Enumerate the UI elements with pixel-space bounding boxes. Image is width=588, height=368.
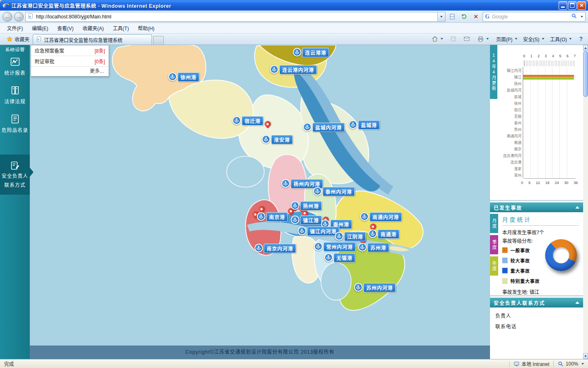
- scrollbar-thumb[interactable]: [583, 51, 588, 97]
- chart-category-label: 盐城: [490, 94, 523, 99]
- contact-row-联系电话[interactable]: 联系电话: [490, 321, 583, 332]
- axis-tick-label: 18: [545, 181, 549, 185]
- tab-年度[interactable]: 年度: [490, 256, 498, 276]
- chart-row: 盐城: [490, 93, 575, 100]
- search-box[interactable]: G Google: [483, 12, 586, 22]
- stop-button[interactable]: [471, 12, 481, 22]
- port-stats-chart: 14年4月更新 01234567 镇江内河镇江扬州盐城内河盐城徐州宿迁无锡泰州苏…: [490, 45, 583, 201]
- chevron-down-icon: [569, 38, 572, 40]
- zoom-control[interactable]: 100%: [553, 361, 588, 367]
- axis-tick-label: 0: [521, 181, 523, 185]
- chart-row: 无锡: [490, 113, 575, 119]
- menu-item-文件(F)[interactable]: 文件(F): [2, 23, 27, 33]
- port-label: 江阴港: [344, 232, 366, 241]
- compatibility-view-button[interactable]: [447, 12, 457, 22]
- chart-category-label: 连云港内河: [490, 153, 523, 158]
- sidebar-item-危险品名录[interactable]: 危险品名录: [0, 109, 30, 137]
- chart-row: 连云港: [490, 159, 575, 165]
- maximize-button[interactable]: [568, 1, 577, 10]
- chart-row: 泰州: [490, 119, 575, 126]
- scroll-up-button[interactable]: [583, 45, 588, 51]
- chart-row: 扬州: [490, 80, 575, 87]
- chart-row: 镇江: [490, 74, 575, 80]
- port-label: 镇江内河港: [307, 227, 339, 236]
- search-dropdown-icon[interactable]: [581, 16, 583, 18]
- close-icon: [580, 2, 584, 9]
- anchor-icon: [254, 244, 263, 252]
- address-dropdown-button[interactable]: [437, 12, 445, 21]
- collapse-icon[interactable]: [575, 206, 579, 209]
- quick-panel-count: [8条]: [95, 47, 105, 54]
- command-button-页面(P)[interactable]: 页面(P): [494, 34, 519, 43]
- forward-button[interactable]: →: [14, 12, 24, 22]
- feeds-button[interactable]: [448, 34, 458, 43]
- favorites-button[interactable]: 收藏夹: [3, 34, 33, 43]
- quick-panel: 应急预案备案[8条]附证审批[0条] 更多...: [31, 45, 109, 76]
- anchor-icon: [281, 179, 290, 188]
- refresh-button[interactable]: [459, 12, 469, 22]
- menu-item-查看(V)[interactable]: 查看(V): [53, 23, 78, 33]
- contact-row-负责人[interactable]: 负责人: [490, 311, 583, 321]
- menu-item-收藏夹(A)[interactable]: 收藏夹(A): [78, 23, 108, 33]
- quick-panel-more-link[interactable]: 更多...: [31, 67, 109, 76]
- scroll-down-button[interactable]: [583, 353, 588, 359]
- close-button[interactable]: [577, 1, 586, 10]
- legend-item: 一般事故: [502, 245, 540, 255]
- port-label: 南通港: [378, 229, 399, 239]
- map-pin-icon[interactable]: [263, 120, 272, 128]
- chart-track: [523, 67, 574, 74]
- port-label: 苏州港: [368, 243, 389, 252]
- contacts-header[interactable]: 安全负责人联系方式: [490, 298, 583, 307]
- map-canvas[interactable]: 应急预案备案[8条]附证审批[0条] 更多... 连云港港连云港内河港徐州港宿迁…: [30, 45, 490, 346]
- chart-category-label: 南通: [490, 140, 523, 145]
- copyright-bar: Copyright©江苏省交通规划设计院股份有限公司 2013版权所有: [30, 346, 490, 359]
- address-bar[interactable]: e http://localhost:8080/yjpt/Main.html: [25, 12, 445, 22]
- chart-track: [523, 113, 574, 119]
- legend-label: 一般事故: [510, 247, 530, 254]
- chart-track: [523, 74, 574, 80]
- chart-category-label: 淮安: [490, 166, 523, 171]
- menu-item-编辑(E)[interactable]: 编辑(E): [27, 23, 53, 33]
- port-label: 连云港港: [302, 48, 329, 57]
- print-button[interactable]: [475, 34, 491, 43]
- minimize-button[interactable]: [559, 1, 567, 10]
- sidebar-item-contacts[interactable]: 安全负责人 联系方式: [0, 155, 30, 195]
- status-text: 完成: [0, 360, 509, 367]
- chevron-down-icon: [440, 16, 443, 18]
- accidents-header[interactable]: 已发生事故: [490, 202, 583, 212]
- chart-track: [523, 100, 574, 106]
- sidebar-item-统计报表[interactable]: 统计报表: [0, 52, 30, 80]
- book-icon: [10, 85, 20, 96]
- tab-toolbar: 收藏夹 e 江苏省港口安全监管与应急管理系统 页面(P)安全(S)工具(O) ?: [0, 34, 588, 45]
- sidebar-item-settings[interactable]: 系统设置: [0, 45, 30, 52]
- chart-track: [523, 126, 574, 132]
- quick-panel-row[interactable]: 附证审批[0条]: [31, 56, 109, 67]
- port-label: 泰州内河港: [323, 187, 355, 196]
- collapse-icon[interactable]: [575, 301, 579, 304]
- rss-icon: [450, 36, 456, 42]
- back-button[interactable]: ←: [2, 12, 12, 22]
- vertical-scrollbar[interactable]: [583, 45, 588, 359]
- command-button-安全(S)[interactable]: 安全(S): [521, 34, 546, 43]
- chart-top-axis: 01234567: [523, 54, 576, 58]
- menu-item-工具(T)[interactable]: 工具(T): [108, 23, 133, 33]
- read-mail-button[interactable]: [461, 34, 472, 43]
- new-tab-stub[interactable]: [153, 36, 164, 45]
- status-bar: 完成 本地 Intranet 100%: [0, 359, 588, 368]
- command-button-工具(O)[interactable]: 工具(O): [548, 34, 574, 43]
- browser-tab[interactable]: e 江苏省港口安全监管与应急管理系统: [33, 34, 152, 45]
- security-zone: 本地 Intranet: [509, 361, 553, 367]
- search-magnifier-icon[interactable]: [571, 13, 577, 20]
- region-huaian: [239, 95, 309, 169]
- help-button[interactable]: ?: [577, 34, 585, 43]
- lake-taihu: [321, 263, 351, 300]
- menu-item-帮助(H)[interactable]: 帮助(H): [134, 23, 159, 33]
- sidebar-item-法律法规[interactable]: 法律法规: [0, 80, 30, 109]
- distribution-label: 事故等级分布:: [502, 237, 533, 244]
- home-button[interactable]: [430, 34, 445, 43]
- quick-panel-row[interactable]: 应急预案备案[8条]: [31, 45, 109, 56]
- chevron-down-icon: [486, 38, 489, 40]
- tab-月度[interactable]: 月度: [490, 214, 498, 233]
- axis-tick-label: 1: [530, 54, 532, 58]
- tab-季度[interactable]: 季度: [490, 235, 498, 254]
